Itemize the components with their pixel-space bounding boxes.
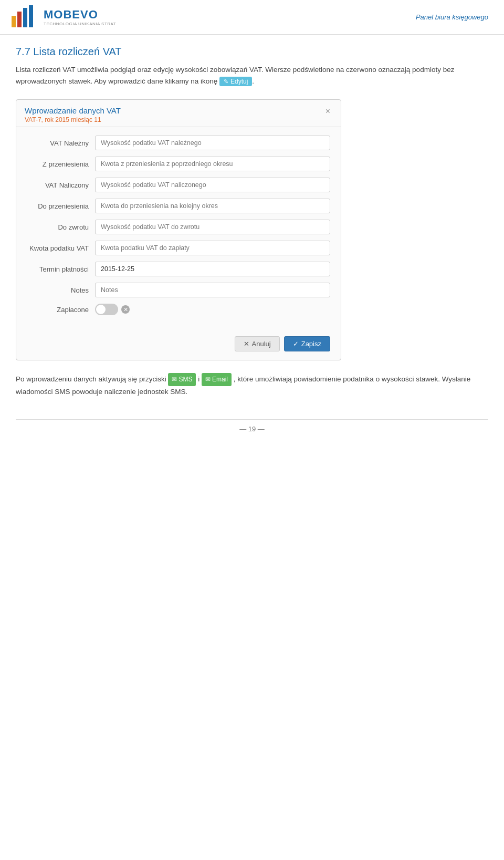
svg-rect-1 xyxy=(17,12,22,27)
input-vat-naliczony[interactable] xyxy=(95,178,330,192)
label-zaplacone: Zapłacone xyxy=(27,306,95,314)
input-kwota-podatku[interactable] xyxy=(95,241,330,255)
sms-icon: ✉ xyxy=(172,374,177,385)
label-do-zwrotu: Do zwrotu xyxy=(27,223,95,231)
dialog-close-button[interactable]: × xyxy=(323,106,332,117)
label-termin: Termin płatności xyxy=(27,265,95,273)
form-row-notes: Notes xyxy=(27,283,330,297)
svg-rect-2 xyxy=(23,8,27,27)
input-z-przeniesienia[interactable] xyxy=(95,157,330,171)
toggle-x-icon: ✕ xyxy=(121,305,130,314)
edit-icon: ✎ xyxy=(224,78,228,85)
toggle-zaplacone[interactable] xyxy=(95,304,118,315)
form-row-do-zwrotu: Do zwrotu xyxy=(27,220,330,234)
dialog-subtitle: VAT-7, rok 2015 miesiąc 11 xyxy=(25,116,121,123)
main-content: 7.7 Lista rozliczeń VAT Lista rozliczeń … xyxy=(0,35,504,449)
vat-dialog: Wprowadzanie danych VAT VAT-7, rok 2015 … xyxy=(16,99,341,360)
cancel-icon: ✕ xyxy=(244,340,249,348)
after-text-before: Po wprowadzeniu danych aktywują się przy… xyxy=(16,375,166,383)
form-row-termin: Termin płatności xyxy=(27,262,330,276)
input-vat-nalezny[interactable] xyxy=(95,136,330,150)
after-dialog-text: Po wprowadzeniu danych aktywują się przy… xyxy=(16,373,488,398)
email-icon: ✉ xyxy=(205,374,211,385)
edytuj-label: Edytuj xyxy=(230,78,248,85)
dialog-header-text: Wprowadzanie danych VAT VAT-7, rok 2015 … xyxy=(25,106,121,123)
save-label: Zapisz xyxy=(301,340,321,348)
form-row-vat-naliczony: VAT Naliczony xyxy=(27,178,330,192)
input-termin[interactable] xyxy=(95,262,330,276)
logo-name: MOBEVO xyxy=(44,8,116,22)
sms-label: SMS xyxy=(178,374,192,385)
logo-subtitle: TECHNOLOGIA UNIKANIA STRAT xyxy=(44,22,116,26)
cancel-label: Anuluj xyxy=(252,340,271,348)
input-notes[interactable] xyxy=(95,283,330,297)
svg-rect-0 xyxy=(12,16,16,27)
intro-paragraph: Lista rozliczeń VAT umożliwia podgląd or… xyxy=(16,64,488,87)
email-badge[interactable]: ✉ Email xyxy=(202,373,232,386)
page-header: MOBEVO TECHNOLOGIA UNIKANIA STRAT Panel … xyxy=(0,0,504,35)
label-kwota-podatku: Kwota podatku VAT xyxy=(27,244,95,252)
edytuj-inline-button[interactable]: ✎ Edytuj xyxy=(219,77,252,86)
save-button[interactable]: ✓ Zapisz xyxy=(284,336,330,351)
label-do-przeniesienia: Do przeniesienia xyxy=(27,202,95,210)
label-z-przeniesienia: Z przeniesienia xyxy=(27,160,95,168)
save-icon: ✓ xyxy=(293,340,299,348)
form-row-kwota-podatku: Kwota podatku VAT xyxy=(27,241,330,255)
form-row-vat-nalezny: VAT Należny xyxy=(27,136,330,150)
page-footer: — 19 — xyxy=(16,419,488,433)
panel-title: Panel biura księgowego xyxy=(416,13,488,21)
connector-text: i xyxy=(198,375,200,383)
page-number: — 19 — xyxy=(239,425,265,433)
dialog-body: VAT Należny Z przeniesienia VAT Naliczon… xyxy=(16,127,341,330)
form-row-z-przeniesienia: Z przeniesienia xyxy=(27,157,330,171)
sms-badge[interactable]: ✉ SMS xyxy=(168,373,196,386)
cancel-button[interactable]: ✕ Anuluj xyxy=(235,336,280,351)
svg-rect-3 xyxy=(29,5,33,27)
label-vat-nalezny: VAT Należny xyxy=(27,139,95,147)
label-notes: Notes xyxy=(27,286,95,294)
input-do-przeniesienia[interactable] xyxy=(95,199,330,213)
logo-area: MOBEVO TECHNOLOGIA UNIKANIA STRAT xyxy=(10,5,116,29)
form-row-do-przeniesienia: Do przeniesienia xyxy=(27,199,330,213)
email-label: Email xyxy=(212,374,228,385)
section-heading: 7.7 Lista rozliczeń VAT xyxy=(16,46,488,58)
toggle-zaplacone-wrapper: ✕ xyxy=(95,304,130,315)
mobevo-logo-icon xyxy=(10,5,39,29)
form-row-zaplacone: Zapłacone ✕ xyxy=(27,304,330,315)
input-do-zwrotu[interactable] xyxy=(95,220,330,234)
dialog-title: Wprowadzanie danych VAT xyxy=(25,106,121,115)
dialog-header: Wprowadzanie danych VAT VAT-7, rok 2015 … xyxy=(16,100,341,127)
label-vat-naliczony: VAT Naliczony xyxy=(27,181,95,189)
logo-text: MOBEVO TECHNOLOGIA UNIKANIA STRAT xyxy=(44,8,116,26)
dialog-footer: ✕ Anuluj ✓ Zapisz xyxy=(16,330,341,360)
